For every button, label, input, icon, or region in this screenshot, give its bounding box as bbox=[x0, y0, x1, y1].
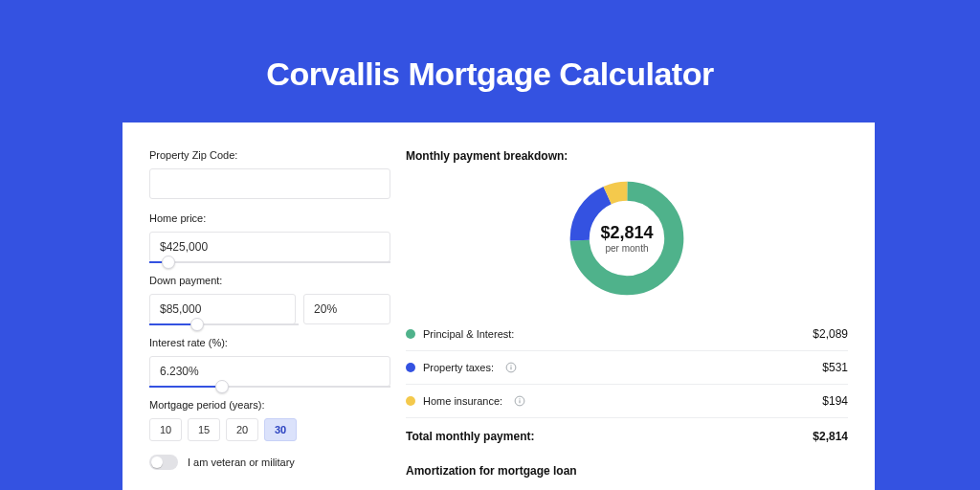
veteran-row: I am veteran or military bbox=[149, 455, 390, 470]
total-label: Total monthly payment: bbox=[406, 430, 534, 443]
veteran-toggle[interactable] bbox=[149, 455, 178, 470]
down-payment-input[interactable] bbox=[149, 294, 296, 324]
down-payment-row: Down payment: bbox=[149, 275, 390, 325]
interest-label: Interest rate (%): bbox=[149, 337, 390, 348]
interest-input[interactable] bbox=[149, 356, 390, 387]
breakdown-legend: Principal & Interest:$2,089Property taxe… bbox=[406, 318, 848, 417]
breakdown-title: Monthly payment breakdown: bbox=[406, 149, 848, 163]
breakdown-panel: Monthly payment breakdown: $2,814 per mo… bbox=[406, 149, 848, 490]
zip-input[interactable] bbox=[149, 168, 390, 199]
donut-sub: per month bbox=[605, 243, 648, 254]
legend-dot-icon bbox=[406, 363, 415, 372]
svg-rect-6 bbox=[520, 398, 521, 399]
legend-row-0: Principal & Interest:$2,089 bbox=[406, 318, 848, 350]
info-icon[interactable] bbox=[505, 362, 517, 373]
period-button-group: 10152030 bbox=[149, 418, 390, 441]
donut-chart: $2,814 per month bbox=[565, 176, 689, 301]
down-payment-pct-input[interactable] bbox=[303, 294, 390, 324]
home-price-slider[interactable] bbox=[149, 261, 390, 263]
legend-dot-icon bbox=[406, 396, 415, 406]
zip-field-row: Property Zip Code: bbox=[149, 149, 390, 199]
down-payment-label: Down payment: bbox=[149, 275, 390, 286]
calculator-card: Property Zip Code: Home price: Down paym… bbox=[122, 122, 875, 490]
legend-label: Home insurance: bbox=[423, 395, 502, 407]
total-row: Total monthly payment: $2,814 bbox=[406, 418, 848, 457]
svg-rect-2 bbox=[510, 367, 511, 369]
amort-title: Amortization for mortgage loan bbox=[406, 464, 848, 478]
donut-amount: $2,814 bbox=[600, 223, 653, 243]
period-label: Mortgage period (years): bbox=[149, 399, 390, 411]
legend-label: Principal & Interest: bbox=[423, 328, 514, 340]
period-button-15[interactable]: 15 bbox=[188, 418, 220, 441]
legend-dot-icon bbox=[406, 329, 415, 339]
interest-slider[interactable] bbox=[149, 386, 390, 388]
home-price-row: Home price: bbox=[149, 212, 390, 263]
donut-chart-wrap: $2,814 per month bbox=[406, 176, 848, 301]
legend-row-1: Property taxes:$531 bbox=[406, 351, 848, 384]
inputs-panel: Property Zip Code: Home price: Down paym… bbox=[149, 149, 390, 490]
zip-label: Property Zip Code: bbox=[149, 149, 390, 161]
interest-row: Interest rate (%): bbox=[149, 337, 390, 388]
svg-rect-5 bbox=[520, 400, 521, 403]
home-price-slider-thumb[interactable] bbox=[162, 256, 175, 269]
info-icon[interactable] bbox=[514, 395, 525, 407]
donut-center: $2,814 per month bbox=[565, 176, 689, 301]
interest-slider-fill bbox=[149, 386, 222, 388]
legend-value: $2,089 bbox=[813, 327, 848, 341]
period-button-20[interactable]: 20 bbox=[226, 418, 258, 441]
interest-slider-thumb[interactable] bbox=[215, 380, 229, 393]
page-title: Corvallis Mortgage Calculator bbox=[0, 0, 980, 93]
down-payment-slider[interactable] bbox=[149, 323, 299, 325]
home-price-input[interactable] bbox=[149, 232, 390, 262]
home-price-label: Home price: bbox=[149, 212, 390, 224]
period-button-10[interactable]: 10 bbox=[149, 418, 182, 441]
legend-value: $194 bbox=[822, 394, 848, 408]
legend-row-2: Home insurance:$194 bbox=[406, 385, 848, 417]
total-value: $2,814 bbox=[813, 430, 848, 443]
period-row: Mortgage period (years): 10152030 bbox=[149, 399, 390, 441]
legend-label: Property taxes: bbox=[423, 362, 494, 373]
down-payment-slider-thumb[interactable] bbox=[190, 318, 204, 331]
veteran-label: I am veteran or military bbox=[188, 457, 295, 468]
period-button-30[interactable]: 30 bbox=[264, 418, 297, 441]
svg-rect-3 bbox=[510, 365, 511, 366]
legend-value: $531 bbox=[822, 361, 848, 374]
